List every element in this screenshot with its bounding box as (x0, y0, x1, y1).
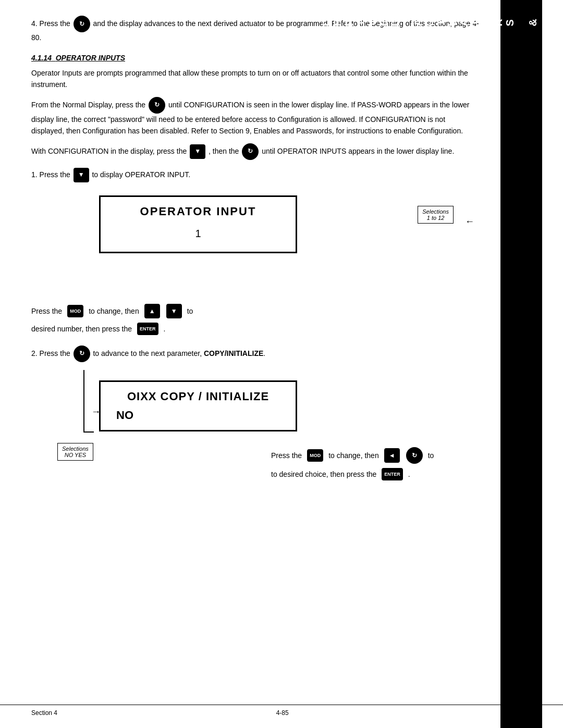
step-2-text: 2. Press the ↻ to advance to the next pa… (31, 346, 480, 362)
cycle-button-config[interactable]: ↻ (149, 97, 165, 114)
cycle-button-step2[interactable]: ↻ (74, 346, 90, 362)
display-box-2: OIxx COPY / INITIALIZE NO (99, 380, 297, 431)
cycle-button-top[interactable]: ↻ (74, 16, 90, 32)
enter-button-2[interactable]: ENTER (382, 468, 403, 480)
section-heading: 4.1.14 OPERATOR INPUTS (31, 54, 480, 62)
left-arrow-button[interactable]: ◄ (384, 448, 400, 463)
main-content: 4. Press the ↻ and the display advances … (0, 0, 500, 728)
display-diagram-2: → OIxx COPY / INITIALIZE NO Selections N… (31, 365, 480, 511)
cycle-button-choice[interactable]: ↻ (406, 447, 423, 464)
selections-callout-2: Selections NO YES (57, 443, 93, 461)
arrow-right-indicator: ← (465, 216, 474, 227)
sidebar: DERIVEDACTUATORS&OPERATORINPUTS (500, 0, 542, 728)
footer-right: Edition 3 Rev G (507, 709, 532, 724)
enter-button[interactable]: ENTER (137, 323, 158, 335)
footer-center: 4-85 (276, 709, 289, 724)
mod-button-2[interactable]: MOD (307, 449, 323, 462)
press-enter-instruction: desired number, then press the ENTER . (31, 323, 480, 335)
selections-area-2: Selections NO YES (57, 443, 93, 461)
selections-callout-1: Selections 1 to 12 (418, 206, 454, 224)
display-box-2-title: OIxx COPY / INITIALIZE (111, 390, 285, 403)
display-box-1-title: OPERATOR INPUT (111, 205, 285, 218)
press-mod-instruction: Press the MOD to change, then ▲ ▼ to (31, 304, 480, 318)
display-box-1: OPERATOR INPUT 1 (99, 195, 297, 253)
page-footer: Section 4 4-85 Edition 3 Rev G (0, 705, 563, 728)
mod-button[interactable]: MOD (67, 305, 83, 317)
body-paragraph-2: From the Normal Display, press the ↻ unt… (31, 97, 480, 137)
down-arrow-button-config[interactable]: ▼ (190, 144, 205, 159)
step-1-text: 1. Press the ▼ to display OPERATOR INPUT… (31, 168, 480, 182)
display-box-2-value: NO (111, 409, 285, 422)
display-diagram-1: OPERATOR INPUT 1 ← Selections 1 to 12 (31, 185, 480, 300)
right-press-instructions: Press the MOD to change, then ◄ ↻ to to … (271, 443, 480, 485)
sidebar-text: DERIVEDACTUATORS&OPERATORINPUTS (321, 5, 563, 38)
down-arrow-button-step1[interactable]: ▼ (74, 168, 89, 182)
footer-left: Section 4 (31, 709, 57, 724)
display-box-1-value: 1 (111, 224, 285, 244)
body-paragraph-3: With CONFIGURATION in the display, press… (31, 143, 480, 160)
cycle-button-op[interactable]: ↻ (242, 143, 259, 160)
down-arrow-button-mod[interactable]: ▼ (166, 304, 182, 318)
up-arrow-button[interactable]: ▲ (144, 304, 160, 318)
body-paragraph-1: Operator Inputs are prompts programmed t… (31, 67, 480, 91)
arrow-line-diagram (83, 370, 94, 433)
